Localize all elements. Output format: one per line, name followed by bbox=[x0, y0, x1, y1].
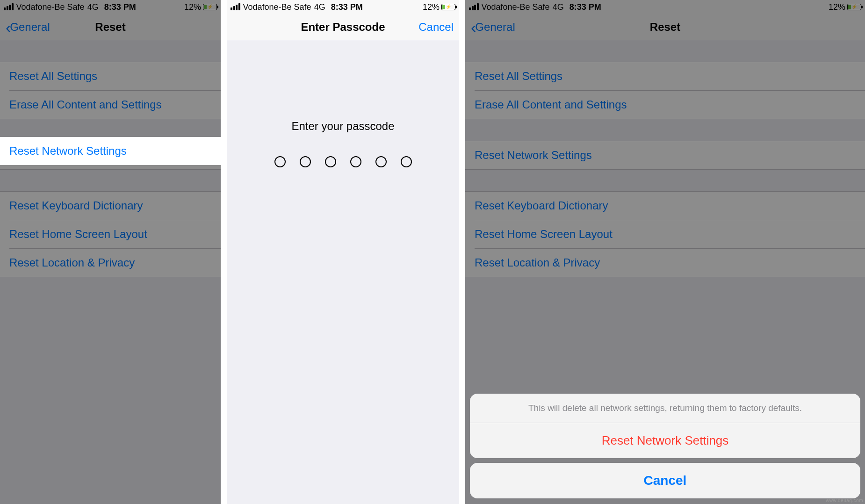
sheet-confirm-button[interactable]: Reset Network Settings bbox=[470, 423, 860, 458]
tile-erase-all-content[interactable]: Erase All Content and Settings bbox=[475, 90, 865, 119]
back-label: General bbox=[475, 21, 515, 34]
tile-reset-all-settings[interactable]: Reset All Settings bbox=[0, 62, 221, 90]
signal-icon bbox=[469, 3, 479, 11]
tile-reset-location-privacy[interactable]: Reset Location & Privacy bbox=[9, 248, 221, 277]
status-bar: Vodafone-Be Safe 4G 8:33 PM 12% ⚡ bbox=[0, 0, 221, 14]
tile-reset-home-layout[interactable]: Reset Home Screen Layout bbox=[9, 220, 221, 248]
sheet-cancel-button[interactable]: Cancel bbox=[470, 463, 860, 498]
passcode-dot bbox=[325, 156, 336, 167]
signal-icon bbox=[4, 3, 14, 11]
tile-reset-all-settings[interactable]: Reset All Settings bbox=[465, 62, 865, 90]
nav-bar: ‹ General Reset bbox=[0, 14, 221, 40]
carrier-label: Vodafone-Be Safe bbox=[16, 2, 85, 12]
page-title: Enter Passcode bbox=[301, 21, 385, 34]
back-label: General bbox=[10, 21, 50, 34]
network-label: 4G bbox=[553, 2, 564, 12]
status-bar: Vodafone-Be Safe 4G 8:33 PM 12% ⚡ bbox=[227, 0, 459, 14]
passcode-prompt: Enter your passcode bbox=[291, 120, 394, 133]
battery-pct: 12% bbox=[829, 2, 845, 12]
watermark: www.deuaq.com bbox=[826, 498, 863, 503]
time-label: 8:33 PM bbox=[331, 2, 363, 12]
passcode-dot bbox=[300, 156, 311, 167]
battery-pct: 12% bbox=[184, 2, 201, 12]
carrier-label: Vodafone-Be Safe bbox=[482, 2, 550, 12]
screenshot-panel-2: Vodafone-Be Safe 4G 8:33 PM 12% ⚡ Enter … bbox=[227, 0, 459, 504]
action-sheet: This will delete all network settings, r… bbox=[470, 394, 860, 498]
tile-reset-keyboard-dict[interactable]: Reset Keyboard Dictionary bbox=[465, 192, 865, 220]
passcode-dot bbox=[375, 156, 387, 167]
passcode-dot bbox=[274, 156, 286, 167]
time-label: 8:33 PM bbox=[104, 2, 136, 12]
screenshot-panel-1: Vodafone-Be Safe 4G 8:33 PM 12% ⚡ ‹ Gene… bbox=[0, 0, 221, 504]
passcode-dot bbox=[401, 156, 412, 167]
signal-icon bbox=[231, 3, 240, 11]
nav-bar: ‹ General Reset bbox=[465, 14, 865, 40]
passcode-area: Enter your passcode bbox=[227, 40, 459, 504]
screenshot-panel-3: Vodafone-Be Safe 4G 8:33 PM 12% ⚡ ‹ Gene… bbox=[465, 0, 865, 504]
passcode-dot bbox=[350, 156, 361, 167]
battery-pct: 12% bbox=[423, 2, 440, 12]
page-title: Reset bbox=[650, 21, 680, 34]
network-label: 4G bbox=[314, 2, 325, 12]
carrier-label: Vodafone-Be Safe bbox=[243, 2, 311, 12]
network-label: 4G bbox=[87, 2, 99, 12]
tile-reset-keyboard-dict[interactable]: Reset Keyboard Dictionary bbox=[0, 192, 221, 220]
back-button[interactable]: ‹ General bbox=[6, 19, 50, 35]
passcode-dots[interactable] bbox=[274, 156, 412, 167]
nav-bar: Enter Passcode Cancel bbox=[227, 14, 459, 40]
back-button[interactable]: ‹ General bbox=[471, 19, 515, 35]
status-bar: Vodafone-Be Safe 4G 8:33 PM 12% ⚡ bbox=[465, 0, 865, 14]
tile-reset-network-settings[interactable]: Reset Network Settings bbox=[465, 141, 865, 169]
sheet-message: This will delete all network settings, r… bbox=[470, 394, 860, 423]
battery-icon: ⚡ bbox=[203, 4, 217, 10]
cancel-button[interactable]: Cancel bbox=[418, 21, 454, 34]
highlighted-tile-reset-network[interactable]: Reset Network Settings bbox=[0, 137, 221, 165]
tile-reset-location-privacy[interactable]: Reset Location & Privacy bbox=[475, 248, 865, 277]
tile-reset-home-layout[interactable]: Reset Home Screen Layout bbox=[475, 220, 865, 248]
tile-erase-all-content[interactable]: Erase All Content and Settings bbox=[9, 90, 221, 119]
battery-icon: ⚡ bbox=[847, 4, 861, 10]
time-label: 8:33 PM bbox=[569, 2, 601, 12]
page-title: Reset bbox=[95, 21, 125, 34]
battery-icon: ⚡ bbox=[441, 4, 455, 10]
